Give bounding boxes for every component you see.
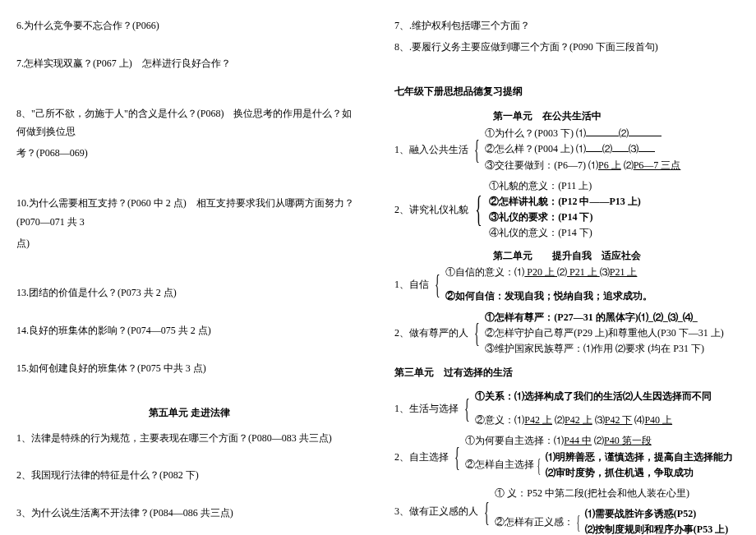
item-4-label: 2、做有尊严的人 xyxy=(394,324,470,343)
blank-fill xyxy=(586,141,602,152)
law-q2: 2、我国现行法律的特征是什么？(P082 下) xyxy=(16,466,362,485)
question-10-line1: 10.为什么需要相互支持？(P060 中 2 点) 相互支持要求我们从哪两方面努… xyxy=(16,194,362,232)
blank-fill xyxy=(638,141,655,152)
law-q3: 3、为什么说生活离不开法律？(P084—086 共三点) xyxy=(16,504,362,523)
blank-fill xyxy=(629,126,662,136)
item-1-row: 1、融入公共生活 { ①为什么？(P003 下) ⑴⑵ ②怎么样？(P004 上… xyxy=(394,126,740,173)
unit1-title: 第一单元 在公共生活中 xyxy=(493,107,740,126)
item-6-2-label: ②怎样自主选择 xyxy=(465,457,534,473)
item-4-2: ②怎样守护自己尊严(P29 上)和尊重他人(P30 下—31 上) xyxy=(485,325,723,341)
item-2-4: ④礼仪的意义：(P14 下) xyxy=(489,225,641,241)
item-4-1: ①怎样有尊严：(P27—31 的黑体字)⑴_⑵_⑶_⑷_ xyxy=(485,310,723,325)
question-10-line2: 点) xyxy=(16,234,362,253)
item-6-2-1: ⑴明辨善恶，谨慎选择，提高自主选择能力 xyxy=(546,450,733,465)
item-6-label: 2、自主选择 xyxy=(394,448,450,467)
item-6-1: ①为何要自主选择：⑴P44 中 ⑵P40 第一段 xyxy=(465,433,733,449)
question-6: 6.为什么竞争要不忘合作？(P066) xyxy=(16,16,362,35)
two-column-layout: 6.为什么竞争要不忘合作？(P066) 7.怎样实现双赢？(P067 上) 怎样… xyxy=(16,16,740,535)
question-13: 13.团结的价值是什么？(P073 共 2 点) xyxy=(16,284,362,302)
item-7-content: ① 义：P52 中第二段(把社会和他人装在心里) ②怎样有正义感： { ⑴需要战… xyxy=(495,486,728,535)
item-7-2-nested: ②怎样有正义感： { ⑴需要战胜许多诱惑(P52) ⑵按制度规则和程序办事(P5… xyxy=(495,506,728,535)
item-2-3: ③礼仪的要求：(P14 下) xyxy=(489,210,641,225)
item-6-row: 2、自主选择 { ①为何要自主选择：⑴P44 中 ⑵P40 第一段 ②怎样自主选… xyxy=(394,433,740,481)
unit2-title: 第二单元 提升自我 适应社会 xyxy=(493,247,740,265)
question-8-line1: 8、"己所不欲，勿施于人"的含义是什么？(P068) 换位思考的作用是什么？如何… xyxy=(16,104,362,142)
item-2-2: ②怎样讲礼貌：(P12 中——P13 上) xyxy=(489,194,641,210)
item-3-row: 1、自信 { ①自信的意义：⑴ P20 上 ⑵ P21 上 ⑶P21 上 ②如何… xyxy=(394,265,740,304)
law-q1: 1、法律是特殊的行为规范，主要表现在哪三个方面？(P080—083 共三点) xyxy=(16,429,362,448)
item-6-2-2: ⑵审时度势，抓住机遇，争取成功 xyxy=(546,465,733,481)
question-15: 15.如何创建良好的班集体？(P075 中共 3 点) xyxy=(16,359,362,378)
item-4-content: ①怎样有尊严：(P27—31 的黑体字)⑴_⑵_⑶_⑷_ ②怎样守护自己尊严(P… xyxy=(485,310,723,357)
item-3-content: ①自信的意义：⑴ P20 上 ⑵ P21 上 ⑶P21 上 ②如何自信：发现自我… xyxy=(445,265,652,304)
item-1-label: 1、融入公共生活 xyxy=(394,141,470,159)
item-5-row: 1、生活与选择 { ①关系：⑴选择构成了我们的生活⑵人生因选择而不同 ②意义：⑴… xyxy=(394,389,740,428)
item-3-1: ①自信的意义：⑴ P20 上 ⑵ P21 上 ⑶P21 上 xyxy=(445,265,652,280)
item-1-3: ③交往要做到：(P6—7) ⑴P6 上 ⑵P6—7 三点 xyxy=(485,158,680,173)
question-8-line2: 考？(P068—069) xyxy=(16,144,362,163)
right-q8: 8、.要履行义务主要应做到哪三个方面？(P090 下面三段首句) xyxy=(394,38,740,57)
item-4-3: ③维护国家民族尊严：⑴作用 ⑵要求 (均在 P31 下) xyxy=(485,341,723,357)
item-1-content: ①为什么？(P003 下) ⑴⑵ ②怎么样？(P004 上) ⑴⑵⑶ ③交往要做… xyxy=(485,126,680,173)
left-column: 6.为什么竞争要不忘合作？(P066) 7.怎样实现双赢？(P067 上) 怎样… xyxy=(16,16,362,535)
right-column: 7、.维护权利包括哪三个方面？ 8、.要履行义务主要应做到哪三个方面？(P090… xyxy=(394,16,740,535)
item-6-2-nested: ②怎样自主选择 { ⑴明辨善恶，谨慎选择，提高自主选择能力 ⑵审时度势，抓住机遇… xyxy=(465,450,733,481)
question-7: 7.怎样实现双赢？(P067 上) 怎样进行良好合作？ xyxy=(16,54,362,73)
unit3-title: 第三单元 过有选择的生活 xyxy=(394,363,740,382)
item-5-1: ①关系：⑴选择构成了我们的生活⑵人生因选择而不同 xyxy=(475,389,712,404)
item-2-label: 2、讲究礼仪礼貌 xyxy=(394,201,470,219)
item-3-label: 1、自信 xyxy=(394,275,431,294)
item-2-1: ①礼貌的意义：(P11 上) xyxy=(489,178,641,194)
item-1-1: ①为什么？(P003 下) ⑴⑵ xyxy=(485,126,680,141)
item-2-row: 2、讲究礼仪礼貌 { ①礼貌的意义：(P11 上) ②怎样讲礼貌：(P12 中—… xyxy=(394,178,740,242)
blank-fill xyxy=(586,126,619,136)
item-7-label: 3、做有正义感的人 xyxy=(394,502,480,521)
item-5-label: 1、生活与选择 xyxy=(394,399,460,418)
item-7-2-label: ②怎样有正义感： xyxy=(495,514,574,530)
blank-fill xyxy=(612,141,629,152)
item-7-2-2: ⑵按制度规则和程序办事(P53 上) xyxy=(585,522,728,535)
item-6-content: ①为何要自主选择：⑴P44 中 ⑵P40 第一段 ②怎样自主选择 { ⑴明辨善恶… xyxy=(465,433,733,481)
item-5-2: ②意义：⑴P42 上 ⑵P42 上 ⑶P42 下 ⑷P40 上 xyxy=(475,413,712,428)
unit5-title: 第五单元 走进法律 xyxy=(16,404,362,422)
right-q7: 7、.维护权利包括哪三个方面？ xyxy=(394,16,740,35)
item-4-row: 2、做有尊严的人 { ①怎样有尊严：(P27—31 的黑体字)⑴_⑵_⑶_⑷_ … xyxy=(394,310,740,357)
item-5-content: ①关系：⑴选择构成了我们的生活⑵人生因选择而不同 ②意义：⑴P42 上 ⑵P42… xyxy=(475,389,712,428)
item-7-2-1: ⑴需要战胜许多诱惑(P52) xyxy=(585,506,728,522)
item-1-2: ②怎么样？(P004 上) ⑴⑵⑶ xyxy=(485,141,680,157)
item-2-content: ①礼貌的意义：(P11 上) ②怎样讲礼貌：(P12 中——P13 上) ③礼仪… xyxy=(489,178,641,242)
question-14: 14.良好的班集体的影响？(P074—075 共 2 点) xyxy=(16,321,362,340)
item-7-1: ① 义：P52 中第二段(把社会和他人装在心里) xyxy=(495,486,728,501)
item-7-row: 3、做有正义感的人 { ① 义：P52 中第二段(把社会和他人装在心里) ②怎样… xyxy=(394,486,740,535)
item-3-2: ②如何自信：发现自我；悦纳自我；追求成功。 xyxy=(445,288,652,304)
outline-title: 七年级下册思想品德复习提纲 xyxy=(394,82,740,101)
